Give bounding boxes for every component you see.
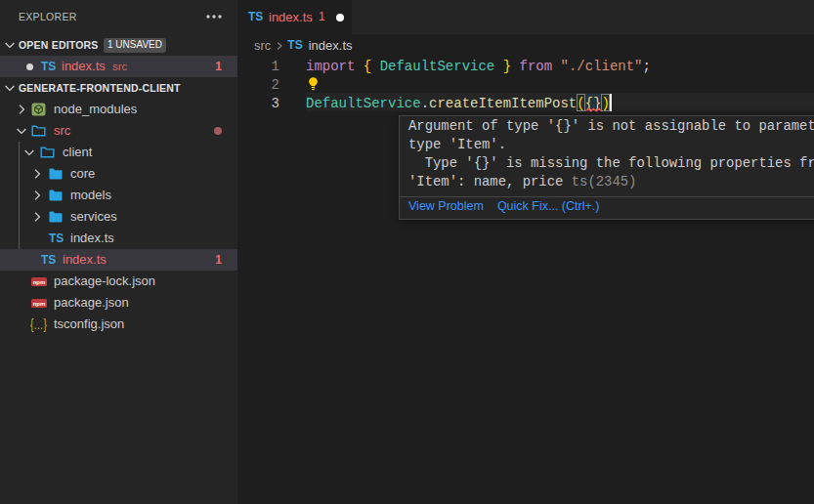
svg-text:npm: npm	[33, 279, 46, 285]
svg-text:npm: npm	[33, 301, 46, 307]
